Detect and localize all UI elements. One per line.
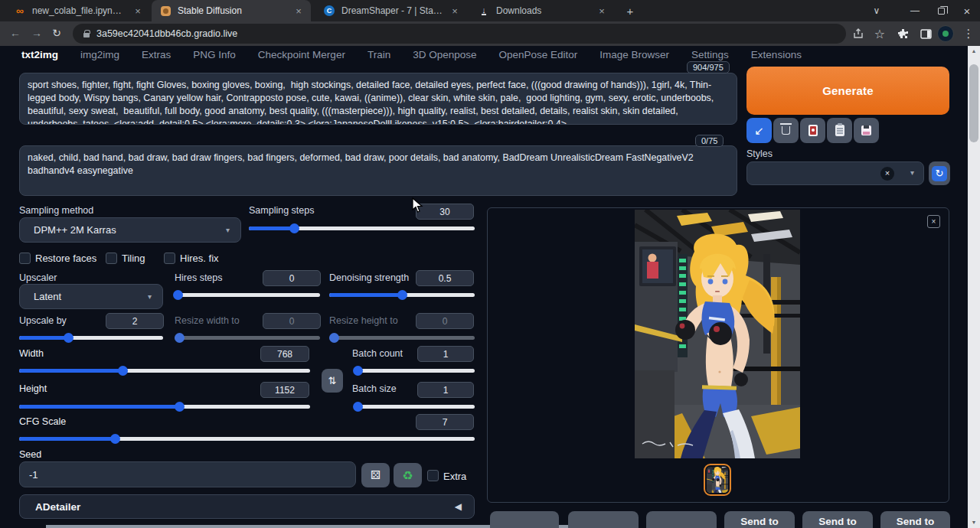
sampling-steps-slider[interactable] — [249, 223, 475, 233]
width-value[interactable]: 768 — [260, 346, 309, 362]
batch-size-slider[interactable] — [354, 402, 475, 412]
window-restore-button[interactable] — [928, 0, 954, 21]
tab-3d-openpose[interactable]: 3D Openpose — [413, 49, 476, 60]
reload-button[interactable]: ↻ — [49, 27, 64, 41]
bookmark-star-icon[interactable]: ☆ — [871, 25, 888, 42]
clear-styles-icon[interactable]: × — [880, 167, 894, 181]
tab-title: Downloads — [496, 5, 590, 16]
sampling-steps-value[interactable]: 30 — [416, 204, 474, 220]
scrollbar-thumb[interactable] — [969, 64, 978, 142]
sampling-method-dropdown[interactable]: DPM++ 2M Karras ▾ — [19, 217, 241, 243]
lock-icon — [83, 33, 90, 37]
gallery-button-1[interactable] — [490, 511, 559, 528]
save-icon — [861, 125, 871, 135]
window-close-button[interactable]: × — [954, 0, 980, 21]
arrow-down-left-icon: ↙ — [754, 124, 764, 138]
mouse-cursor — [412, 197, 423, 213]
denoising-slider[interactable] — [329, 290, 475, 300]
upscale-by-slider[interactable] — [19, 333, 163, 343]
send-to-extras-button[interactable]: Send toextras — [880, 511, 950, 528]
scroll-up-icon[interactable]: ▲ — [968, 46, 980, 57]
height-slider[interactable] — [19, 402, 310, 412]
tab-colab[interactable]: ∞ new_colab_file.ipynb - Colaborat × — [6, 0, 150, 21]
side-panel-icon[interactable] — [917, 25, 934, 42]
gallery-button-2[interactable] — [568, 511, 639, 528]
tab-close-icon[interactable]: × — [596, 5, 608, 17]
tab-close-icon[interactable]: × — [449, 5, 461, 17]
prompt-input[interactable] — [19, 73, 737, 125]
cfg-scale-value[interactable]: 7 — [416, 414, 474, 430]
tab-settings[interactable]: Settings — [691, 49, 729, 60]
tab-downloads[interactable]: ↓ Downloads × — [470, 0, 614, 21]
extra-seed-checkbox[interactable] — [427, 470, 439, 481]
upscale-by-value[interactable]: 2 — [106, 313, 164, 329]
save-style-button[interactable] — [854, 118, 879, 143]
tab-txt2img[interactable]: txt2img — [21, 49, 58, 60]
close-image-button[interactable]: × — [927, 215, 940, 228]
page-scrollbar[interactable]: ▲ ▼ — [968, 46, 980, 528]
prompt-token-counter: 904/975 — [687, 61, 730, 73]
read-parameters-button[interactable]: ↙ — [746, 118, 772, 143]
extra-networks-button[interactable] — [800, 118, 825, 143]
url-bar[interactable]: 3a59ec42041dbb46cb.gradio.live — [73, 24, 846, 44]
tab-checkpoint-merger[interactable]: Checkpoint Merger — [258, 49, 345, 60]
hires-steps-slider[interactable] — [175, 290, 320, 300]
reuse-seed-button[interactable]: ♻ — [394, 463, 422, 487]
generated-image[interactable] — [635, 210, 800, 458]
upscaler-dropdown[interactable]: Latent ▾ — [19, 284, 163, 309]
adetailer-label: ADetailer — [35, 501, 455, 513]
batch-count-value[interactable]: 1 — [417, 346, 474, 362]
hires-steps-value[interactable]: 0 — [263, 270, 321, 286]
forward-button[interactable]: → — [29, 27, 44, 41]
restore-faces-checkbox[interactable] — [19, 253, 31, 264]
batch-count-slider[interactable] — [354, 366, 475, 376]
seed-label: Seed — [19, 449, 41, 460]
refresh-styles-button[interactable]: ↻ — [929, 161, 950, 185]
tab-png-info[interactable]: PNG Info — [193, 49, 236, 60]
recycle-icon: ♻ — [402, 468, 413, 483]
adetailer-accordion[interactable]: ADetailer ◀ — [19, 494, 475, 519]
send-to-inpaint-button[interactable]: Send toinpaint — [802, 511, 873, 528]
random-seed-button[interactable]: ⚄ — [361, 463, 390, 487]
seed-input[interactable] — [19, 461, 356, 487]
swap-dimensions-button[interactable]: ⇅ — [322, 369, 343, 393]
upscaler-value: Latent — [34, 291, 61, 302]
tab-stable-diffusion[interactable]: Stable Diffusion × — [152, 0, 311, 21]
width-slider[interactable] — [19, 366, 310, 376]
tab-image-browser[interactable]: Image Browser — [599, 49, 669, 60]
share-icon[interactable] — [850, 25, 867, 42]
tab-openpose-editor[interactable]: OpenPose Editor — [498, 49, 577, 60]
tab-search-chevron-icon[interactable]: ∨ — [864, 0, 890, 21]
browser-menu-icon[interactable]: ⋮ — [960, 25, 977, 42]
height-value[interactable]: 1152 — [260, 382, 309, 398]
window-minimize-button[interactable]: — — [902, 0, 928, 21]
cfg-scale-slider[interactable] — [19, 434, 475, 444]
tiling-checkbox[interactable] — [106, 253, 117, 264]
tab-close-icon[interactable]: × — [132, 5, 144, 17]
negative-prompt-input[interactable] — [19, 145, 737, 196]
new-tab-button[interactable]: + — [622, 3, 639, 20]
tab-close-icon[interactable]: × — [292, 5, 305, 17]
denoising-value[interactable]: 0.5 — [416, 270, 474, 286]
generate-button[interactable]: Generate — [746, 67, 949, 115]
styles-dropdown[interactable]: × ▾ — [746, 161, 924, 185]
url-text: 3a59ec42041dbb46cb.gradio.live — [96, 28, 237, 39]
gallery-thumbnail[interactable] — [704, 464, 731, 496]
tab-dreamshaper[interactable]: C DreamShaper - 7 | Stable Diffusio × — [315, 0, 467, 21]
tab-img2img[interactable]: img2img — [80, 49, 119, 60]
refresh-icon: ↻ — [932, 166, 947, 181]
hires-fix-checkbox[interactable] — [164, 253, 175, 264]
send-to-img2img-button[interactable]: Send toimg2img — [724, 511, 795, 528]
batch-size-value[interactable]: 1 — [417, 382, 474, 398]
tab-extras[interactable]: Extras — [142, 49, 171, 60]
gallery-button-3[interactable] — [646, 511, 717, 528]
back-button[interactable]: ← — [8, 27, 23, 41]
tab-extensions[interactable]: Extensions — [751, 49, 802, 60]
clear-prompt-button[interactable] — [773, 118, 799, 143]
tab-train[interactable]: Train — [368, 49, 390, 60]
profile-avatar[interactable] — [937, 25, 954, 42]
apply-styles-button[interactable] — [827, 118, 852, 143]
extensions-puzzle-icon[interactable] — [894, 25, 911, 42]
resize-width-slider — [175, 333, 320, 343]
scroll-down-icon[interactable]: ▼ — [968, 517, 980, 528]
